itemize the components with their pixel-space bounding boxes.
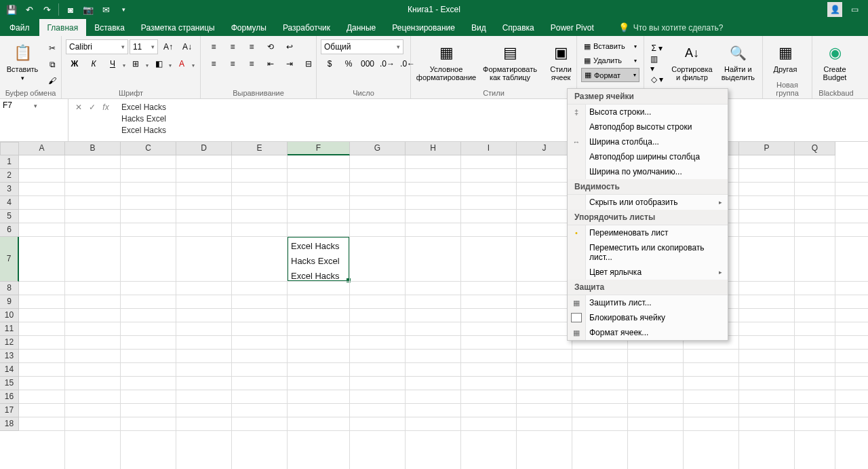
menu-protect-sheet[interactable]: ▦ Защитить лист... [568, 295, 728, 310]
conditional-formatting-button[interactable]: ▦ Условное форматирование [415, 39, 477, 81]
autosum-icon[interactable]: Σ ▾ [648, 41, 666, 56]
menu-row-height[interactable]: ‡ Высота строки... [568, 105, 728, 119]
menu-hide-unhide[interactable]: Скрыть или отобразить ▸ [568, 195, 728, 210]
file-tab[interactable]: Файл [0, 19, 39, 36]
tab-review[interactable]: Рецензирование [384, 19, 463, 36]
decrease-indent-icon[interactable]: ⇤ [262, 56, 279, 71]
worksheet-grid[interactable]: ABCDEFGHIJKLOPQ 123456789101112131415161… [0, 142, 868, 469]
create-budget-button[interactable]: ◉ CreateBudget [816, 39, 853, 81]
tab-help[interactable]: Справка [494, 19, 542, 36]
print-preview-icon[interactable]: ◙ [63, 2, 78, 17]
formula-input[interactable]: Excel Hacks Hacks Excel Excel Hacks [116, 99, 868, 141]
tab-formulas[interactable]: Формулы [223, 19, 275, 36]
align-center-icon[interactable]: ≡ [224, 56, 241, 71]
paste-button[interactable]: 📋 Вставить ▾ [4, 39, 41, 81]
tab-data[interactable]: Данные [338, 19, 384, 36]
qat-customize-icon[interactable]: ▾ [116, 2, 131, 17]
menu-column-width[interactable]: ↔ Ширина столбца... [568, 134, 728, 149]
sort-filter-button[interactable]: A↓ Сортировка и фильтр [669, 39, 715, 81]
fx-icon[interactable]: fx [100, 101, 112, 113]
row-header[interactable]: 18 [0, 417, 19, 431]
number-format-combo[interactable]: Общий ▾ [321, 39, 403, 54]
row-header[interactable]: 3 [0, 183, 19, 196]
delete-cells-button[interactable]: ▦ Удалить ▾ [581, 54, 639, 67]
menu-tab-color[interactable]: Цвет ярлычка ▸ [568, 265, 728, 280]
column-header[interactable]: B [65, 142, 121, 155]
menu-default-width[interactable]: Ширина по умолчанию... [568, 164, 728, 179]
format-as-table-button[interactable]: ▤ Форматировать как таблицу [480, 39, 540, 81]
save-icon[interactable]: 💾 [4, 2, 19, 17]
menu-move-copy-sheet[interactable]: Переместить или скопировать лист... [568, 240, 728, 265]
column-header[interactable]: H [406, 142, 461, 155]
tab-insert[interactable]: Вставка [86, 19, 133, 36]
row-header[interactable]: 8 [0, 282, 19, 295]
undo-icon[interactable]: ↶ [22, 2, 37, 17]
camera-icon[interactable]: 📷 [81, 2, 96, 17]
column-header[interactable]: P [739, 142, 795, 155]
row-header[interactable]: 17 [0, 404, 19, 417]
font-color-icon[interactable]: A [173, 56, 191, 71]
italic-button[interactable]: К [85, 56, 102, 71]
bold-button[interactable]: Ж [66, 56, 83, 71]
decrease-font-icon[interactable]: A↓ [178, 39, 196, 54]
column-header[interactable]: F [288, 142, 350, 155]
row-header[interactable]: 2 [0, 169, 19, 183]
wrap-text-icon[interactable]: ↩ [281, 39, 298, 54]
ribbon-display-options-icon[interactable]: ▭ [846, 2, 863, 17]
tab-power-pivot[interactable]: Power Pivot [542, 19, 602, 36]
row-header[interactable]: 10 [0, 309, 19, 322]
other-button[interactable]: ▦ Другая [767, 39, 804, 73]
increase-decimal-icon[interactable]: .0→ [378, 56, 397, 71]
column-header[interactable]: D [176, 142, 232, 155]
column-header[interactable]: I [461, 142, 517, 155]
font-name-combo[interactable]: Calibri ▾ [66, 39, 128, 54]
cancel-icon[interactable]: ✕ [73, 101, 85, 113]
row-header[interactable]: 14 [0, 363, 19, 377]
row-header[interactable]: 9 [0, 295, 19, 309]
row-header[interactable]: 1 [0, 155, 19, 169]
row-header[interactable]: 5 [0, 210, 19, 223]
align-top-icon[interactable]: ≡ [205, 39, 222, 54]
menu-rename-sheet[interactable]: • Переименовать лист [568, 225, 728, 240]
name-box[interactable]: F7 ▾ [0, 99, 68, 141]
tab-home[interactable]: Главная [39, 19, 87, 36]
menu-autofit-row-height[interactable]: Автоподбор высоты строки [568, 119, 728, 134]
font-size-combo[interactable]: 11 ▾ [130, 39, 158, 54]
row-header[interactable]: 11 [0, 322, 19, 336]
column-header[interactable]: Q [795, 142, 835, 155]
row-header[interactable]: 7 [0, 237, 19, 282]
menu-format-cells[interactable]: ▦ Формат ячеек... [568, 325, 728, 340]
fill-handle[interactable] [347, 278, 351, 282]
user-avatar-icon[interactable]: 👤 [827, 2, 842, 17]
row-header[interactable]: 4 [0, 196, 19, 210]
fill-icon[interactable]: ▥ ▾ [648, 56, 666, 71]
cell-styles-button[interactable]: ▣ Стили ячеек [542, 39, 579, 81]
column-header[interactable]: G [350, 142, 406, 155]
tell-me-search[interactable]: 💡 Что вы хотите сделать? [618, 19, 724, 36]
row-header[interactable]: 15 [0, 377, 19, 390]
align-right-icon[interactable]: ≡ [243, 56, 260, 71]
increase-font-icon[interactable]: A↑ [159, 39, 177, 54]
align-left-icon[interactable]: ≡ [205, 56, 222, 71]
redo-icon[interactable]: ↷ [39, 2, 54, 17]
orientation-icon[interactable]: ⟲ [262, 39, 279, 54]
email-icon[interactable]: ✉ [98, 2, 113, 17]
menu-autofit-column-width[interactable]: Автоподбор ширины столбца [568, 149, 728, 164]
select-all-corner[interactable] [0, 142, 19, 155]
find-select-button[interactable]: 🔍 Найти и выделить [718, 39, 758, 81]
tab-developer[interactable]: Разработчик [275, 19, 338, 36]
format-painter-icon[interactable]: 🖌 [43, 73, 61, 88]
increase-indent-icon[interactable]: ⇥ [281, 56, 298, 71]
column-header[interactable]: A [19, 142, 65, 155]
column-header[interactable]: C [121, 142, 176, 155]
comma-icon[interactable]: 000 [359, 56, 376, 71]
fill-color-icon[interactable]: ◧ [150, 56, 167, 71]
row-header[interactable]: 12 [0, 336, 19, 350]
align-bottom-icon[interactable]: ≡ [243, 39, 260, 54]
row-header[interactable]: 13 [0, 350, 19, 363]
tab-view[interactable]: Вид [463, 19, 494, 36]
merge-icon[interactable]: ⊟ [300, 56, 317, 71]
menu-lock-cell[interactable]: Блокировать ячейку [568, 310, 728, 325]
insert-cells-button[interactable]: ▦ Вставить ▾ [581, 39, 639, 53]
tab-page-layout[interactable]: Разметка страницы [133, 19, 223, 36]
